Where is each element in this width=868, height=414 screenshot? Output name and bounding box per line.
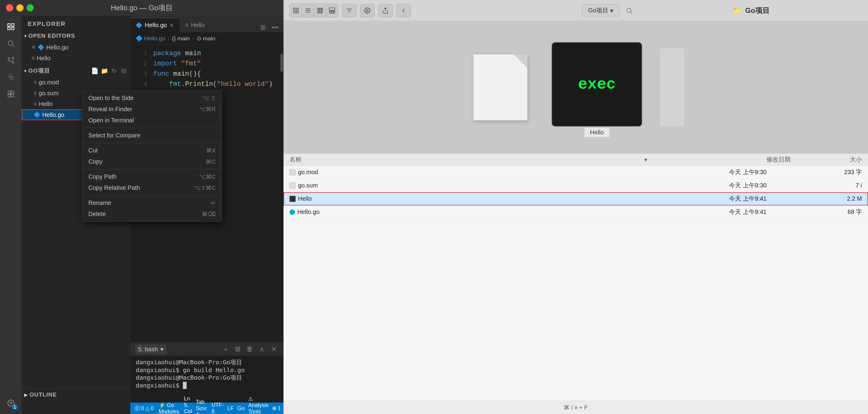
back-btn[interactable] xyxy=(396,4,411,17)
svg-rect-24 xyxy=(329,11,331,13)
line-number-1: 1 xyxy=(130,50,147,57)
terminal-delete-btn[interactable]: 🗑 xyxy=(245,344,254,354)
menu-divider-4 xyxy=(82,195,222,196)
hello-go-name: Hello.go xyxy=(42,111,64,118)
activity-explorer[interactable] xyxy=(3,19,19,34)
menu-select-compare[interactable]: Select for Compare xyxy=(82,130,222,141)
col-date-label: 修改日期 xyxy=(766,156,790,163)
tab-hello-label: Hello xyxy=(191,22,205,29)
col-size-label: 大小 xyxy=(850,156,862,163)
activity-source-control[interactable] xyxy=(3,53,19,68)
hello-go-file-cell: Hello.go xyxy=(289,208,576,215)
open-editors-header[interactable]: ▾ OPEN EDITORS xyxy=(22,30,130,42)
vscode-panel: Hello.go — Go项目 xyxy=(0,0,283,414)
hello-exec-icon xyxy=(289,196,296,202)
menu-delete[interactable]: Delete ⌘⌫ xyxy=(82,208,222,220)
status-errors[interactable]: ⓪ 0 △ 0 xyxy=(134,405,154,412)
close-icon[interactable]: ✕ xyxy=(31,44,36,50)
status-analysis[interactable]: ⚠ Analysis Tools Missing xyxy=(248,395,269,414)
activity-extensions[interactable] xyxy=(3,86,19,102)
collapse-btn[interactable]: ⊟ xyxy=(119,67,128,75)
svg-rect-10 xyxy=(8,94,10,97)
terminal-add-btn[interactable]: ＋ xyxy=(221,344,230,354)
code-line-4: 4 fmt.Println("hello world") xyxy=(130,79,283,89)
menu-copy-relative-path[interactable]: Copy Relative Path ⌥⇧⌘C xyxy=(82,182,222,194)
window-title: Hello.go — Go项目 xyxy=(111,3,173,13)
view-list-btn[interactable] xyxy=(302,4,314,17)
activity-debug[interactable] xyxy=(3,69,19,85)
menu-copy-path[interactable]: Copy Path ⌥⌘C xyxy=(82,171,222,182)
minimize-traffic-light[interactable] xyxy=(16,4,24,11)
traffic-lights xyxy=(6,4,34,11)
menu-open-to-side[interactable]: Open to the Side ⌥ ⇧ xyxy=(82,93,222,104)
view-columns-btn[interactable] xyxy=(314,4,326,17)
tab-hello[interactable]: ≡ Hello xyxy=(180,18,210,32)
code-content-1: package main xyxy=(153,50,201,57)
breadcrumb-main-func[interactable]: {} main xyxy=(172,35,190,42)
tab-hello-go[interactable]: 🔷 Hello.go ✕ xyxy=(130,18,180,32)
outline-header[interactable]: ▶ OUTLINE xyxy=(22,389,130,401)
file-go-mod[interactable]: ≡ go.mod xyxy=(22,77,130,88)
status-notifications[interactable]: ⊕ 1 xyxy=(272,395,281,414)
menu-rename[interactable]: Rename ↵ xyxy=(82,197,222,208)
status-tab-size[interactable]: Tab Size: 4 xyxy=(196,395,208,414)
code-content-3: func main(){ xyxy=(153,70,201,78)
col-date-header: 修改日期 xyxy=(647,156,790,164)
title-bar: Hello.go — Go项目 xyxy=(0,0,283,16)
split-editor-btn[interactable]: ⊞ xyxy=(258,23,268,32)
more-actions-btn[interactable]: ••• xyxy=(270,23,280,32)
chevron-icon: ▾ xyxy=(24,33,27,39)
menu-reveal-finder[interactable]: Reveal in Finder ⌥⌘R xyxy=(82,104,222,115)
new-file-btn[interactable]: 📄 xyxy=(91,67,99,75)
settings-btn[interactable] xyxy=(360,4,375,17)
finder-row-hello-go[interactable]: Hello.go 今天 上午9:41 68 字 xyxy=(283,206,868,219)
breadcrumb-go-icon: 🔷 xyxy=(136,35,143,42)
tab-close-icon[interactable]: ✕ xyxy=(169,22,174,29)
terminal-bar: 5: bash ▾ ＋ ⊞ 🗑 ∧ ✕ xyxy=(130,343,283,356)
menu-open-terminal[interactable]: Open in Terminal xyxy=(82,115,222,126)
search-btn[interactable] xyxy=(622,4,637,16)
new-folder-btn[interactable]: 📁 xyxy=(100,67,108,75)
status-ln-col[interactable]: Ln 5, Col 2 xyxy=(184,395,192,414)
open-editor-hello-go[interactable]: ✕ 🔷 Hello.go xyxy=(22,42,130,53)
status-encoding[interactable]: UTF-8 xyxy=(211,395,224,414)
svg-rect-11 xyxy=(11,94,14,97)
maximize-traffic-light[interactable] xyxy=(27,4,34,11)
activity-search[interactable] xyxy=(3,36,19,51)
close-traffic-light[interactable] xyxy=(6,4,13,11)
share-btn[interactable] xyxy=(378,4,393,17)
terminal-split-btn[interactable]: ⊞ xyxy=(233,344,243,354)
terminal-up-btn[interactable]: ∧ xyxy=(257,344,267,354)
finder-row-go-sum[interactable]: go.sum 今天 上午9:30 7 i xyxy=(283,179,868,192)
breadcrumb-file[interactable]: 🔷 Hello.go xyxy=(136,35,165,42)
scroll-area[interactable] xyxy=(277,44,283,342)
menu-open-terminal-label: Open in Terminal xyxy=(88,117,134,124)
path-dropdown[interactable]: Go项目 ▾ xyxy=(582,4,619,16)
menu-cut[interactable]: Cut ⌘X xyxy=(82,145,222,156)
outline-chevron-icon: ▶ xyxy=(24,392,28,398)
breadcrumb-main-symbol[interactable]: ⊙ main xyxy=(197,35,215,42)
sort-btn[interactable] xyxy=(342,4,356,17)
view-icon-btn[interactable] xyxy=(290,4,302,17)
menu-copy[interactable]: Copy ⌘C xyxy=(82,156,222,167)
col-sort-header[interactable]: ▾ xyxy=(504,156,648,163)
status-language[interactable]: Go xyxy=(237,395,245,414)
finder-row-hello[interactable]: Hello 今天 上午9:41 2.2 M xyxy=(283,192,868,206)
finder-toolbar: Go项目 ▾ 📁 Go项目 xyxy=(283,0,868,21)
terminal-tab[interactable]: 5: bash ▾ xyxy=(135,344,166,354)
menu-rename-label: Rename xyxy=(88,200,111,206)
status-go-modules[interactable]: ⚡ Go Modules xyxy=(159,402,179,414)
finder-row-go-mod[interactable]: go.mod 今天 上午9:30 233 字 xyxy=(283,166,868,179)
refresh-btn[interactable]: ↻ xyxy=(110,67,118,75)
activity-settings[interactable] xyxy=(3,395,19,411)
terminal-close-btn[interactable]: ✕ xyxy=(269,344,279,354)
line-number-4: 4 xyxy=(130,81,147,88)
go-mod-cell: go.mod xyxy=(289,169,576,176)
view-gallery-btn[interactable] xyxy=(326,4,338,17)
finder-title-text: Go项目 xyxy=(745,6,770,14)
go-project-header[interactable]: ▾ GO项目 📄 📁 ↻ ⊟ xyxy=(22,65,130,77)
code-content-4: fmt.Println("hello world") xyxy=(153,80,273,88)
open-editor-hello[interactable]: ≡ Hello xyxy=(22,53,130,64)
hello-go-dot-icon xyxy=(289,209,295,215)
status-eol[interactable]: LF xyxy=(227,395,234,414)
